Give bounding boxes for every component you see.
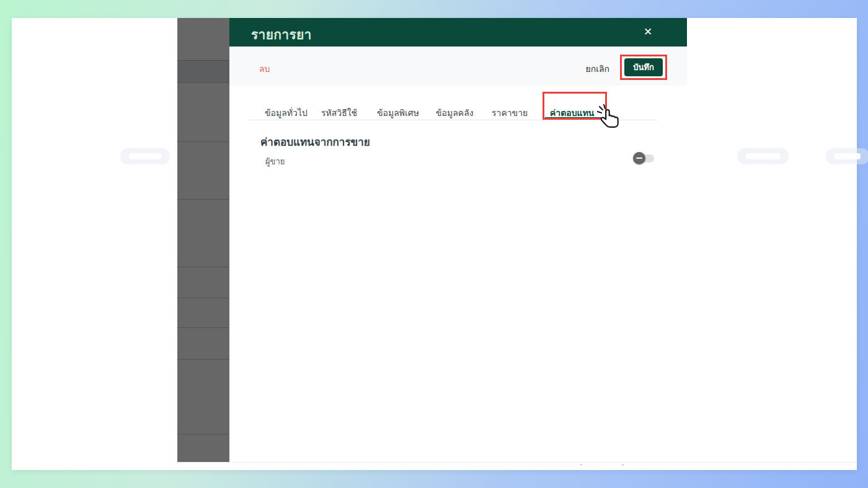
dimmed-button-placeholder-right-2 bbox=[826, 148, 868, 164]
tab-sale-price[interactable]: ราคาขาย bbox=[492, 106, 528, 120]
tab-special-info[interactable]: ข้อมูลพิเศษ bbox=[377, 106, 419, 120]
toggle-knob bbox=[633, 152, 645, 164]
seller-row-label: ผู้ขาย bbox=[265, 155, 285, 168]
hand-click-cursor-icon bbox=[595, 104, 624, 133]
minus-icon bbox=[636, 157, 642, 159]
medicine-item-modal: รายการยา ✕ ลบ ยกเลิก บันทึก ข้อมูลทั่วไป… bbox=[229, 18, 687, 462]
dimmed-footer-divider bbox=[177, 462, 857, 463]
tab-stock-info[interactable]: ข้อมูลคลัง bbox=[436, 106, 474, 120]
annotation-highlight-save bbox=[620, 55, 667, 80]
close-icon[interactable]: ✕ bbox=[641, 25, 655, 39]
tab-usage-code[interactable]: รหัสวิธีใช้ bbox=[321, 106, 357, 120]
tab-general-info[interactable]: ข้อมูลทั่วไป bbox=[265, 106, 308, 120]
seller-toggle[interactable] bbox=[633, 152, 654, 164]
dimmed-pagination-dot bbox=[622, 464, 624, 466]
modal-toolbar: ลบ ยกเลิก บันทึก bbox=[229, 47, 687, 86]
modal-header: รายการยา ✕ bbox=[229, 18, 687, 47]
dimmed-table-column bbox=[177, 18, 229, 462]
dimmed-pagination-dot bbox=[580, 464, 582, 466]
dimmed-button-placeholder-right-1 bbox=[737, 148, 789, 164]
modal-title: รายการยา bbox=[251, 24, 312, 45]
delete-button[interactable]: ลบ bbox=[259, 62, 270, 76]
dimmed-button-placeholder-left bbox=[120, 148, 170, 164]
section-heading: ค่าตอบแทนจากการขาย bbox=[260, 133, 370, 150]
cancel-button[interactable]: ยกเลิก bbox=[585, 62, 609, 76]
